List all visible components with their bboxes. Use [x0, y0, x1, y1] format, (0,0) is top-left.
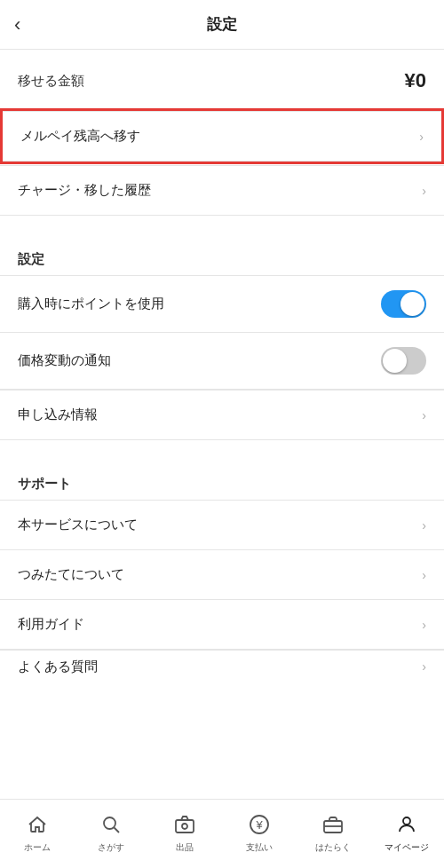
- faq-partial-item[interactable]: よくある質問 ›: [0, 650, 444, 683]
- nav-home[interactable]: ホーム: [0, 814, 74, 854]
- bottom-nav: ホーム さがす 出品 ¥ 支払い: [0, 799, 444, 868]
- search-icon: [100, 814, 122, 839]
- camera-icon: [174, 814, 195, 839]
- about-tsumitate-chevron: ›: [422, 568, 426, 582]
- about-service-label: 本サービスについて: [18, 517, 138, 533]
- about-service-button[interactable]: 本サービスについて ›: [0, 500, 444, 550]
- svg-point-0: [104, 817, 115, 829]
- points-toggle-knob: [400, 292, 424, 316]
- application-info-chevron: ›: [422, 408, 426, 422]
- nav-search-label: さがす: [98, 841, 124, 854]
- points-toggle-row: 購入時にポイントを使用: [0, 275, 444, 333]
- points-toggle[interactable]: [381, 290, 426, 318]
- nav-search[interactable]: さがす: [74, 814, 147, 854]
- application-info-button[interactable]: 申し込み情報 ›: [0, 390, 444, 440]
- usage-guide-label: 利用ガイド: [18, 616, 84, 633]
- section-gap-2: [0, 440, 444, 469]
- nav-mypage-label: マイページ: [385, 841, 429, 854]
- points-toggle-label: 購入時にポイントを使用: [18, 296, 164, 312]
- nav-hataraku-label: はたらく: [315, 841, 351, 854]
- home-icon: [27, 814, 48, 839]
- faq-label: よくある質問: [18, 659, 98, 675]
- nav-home-label: ホーム: [24, 841, 51, 854]
- nav-payment-label: 支払い: [246, 841, 273, 854]
- price-notification-row: 価格変動の通知: [0, 333, 444, 390]
- price-notification-label: 価格変動の通知: [18, 352, 111, 369]
- header: ‹ 設定: [0, 0, 444, 50]
- person-icon: [396, 814, 417, 839]
- usage-guide-chevron: ›: [422, 618, 426, 632]
- about-service-chevron: ›: [422, 518, 426, 533]
- merpay-transfer-label: メルペイ残高へ移す: [20, 128, 140, 145]
- svg-point-3: [182, 824, 187, 829]
- price-notification-toggle[interactable]: [381, 347, 426, 375]
- svg-text:¥: ¥: [255, 818, 263, 832]
- svg-rect-2: [176, 820, 194, 832]
- back-button[interactable]: ‹: [14, 15, 20, 35]
- settings-section-title: 設定: [0, 244, 444, 275]
- section-gap-1: [0, 216, 444, 244]
- support-section-title: サポート: [0, 469, 444, 500]
- briefcase-icon: [322, 814, 344, 839]
- svg-point-8: [403, 817, 410, 825]
- nav-hataraku[interactable]: はたらく: [296, 814, 369, 854]
- merpay-transfer-chevron: ›: [419, 130, 424, 144]
- charge-history-chevron: ›: [422, 184, 426, 198]
- about-tsumitate-button[interactable]: つみたてについて ›: [0, 550, 444, 600]
- price-notification-knob: [383, 349, 407, 373]
- nav-mypage[interactable]: マイページ: [370, 814, 444, 854]
- merpay-transfer-button[interactable]: メルペイ残高へ移す ›: [3, 111, 441, 162]
- highlighted-action-container: メルペイ残高へ移す ›: [0, 108, 444, 164]
- amount-value: ¥0: [405, 69, 426, 92]
- svg-line-1: [114, 828, 119, 833]
- about-tsumitate-label: つみたてについて: [18, 566, 124, 583]
- amount-section: 移せる金額 ¥0: [0, 50, 444, 108]
- application-info-label: 申し込み情報: [18, 406, 98, 423]
- usage-guide-button[interactable]: 利用ガイド ›: [0, 600, 444, 650]
- charge-history-button[interactable]: チャージ・移した履歴 ›: [0, 165, 444, 216]
- nav-camera[interactable]: 出品: [148, 814, 222, 854]
- content: 移せる金額 ¥0 メルペイ残高へ移す › チャージ・移した履歴 › 設定 購入時…: [0, 50, 444, 754]
- page-title: 設定: [207, 14, 237, 35]
- charge-history-label: チャージ・移した履歴: [18, 182, 151, 199]
- amount-label: 移せる金額: [18, 73, 84, 90]
- yen-icon: ¥: [249, 814, 270, 839]
- nav-camera-label: 出品: [176, 841, 194, 854]
- faq-chevron: ›: [422, 659, 426, 674]
- nav-payment[interactable]: ¥ 支払い: [222, 814, 296, 854]
